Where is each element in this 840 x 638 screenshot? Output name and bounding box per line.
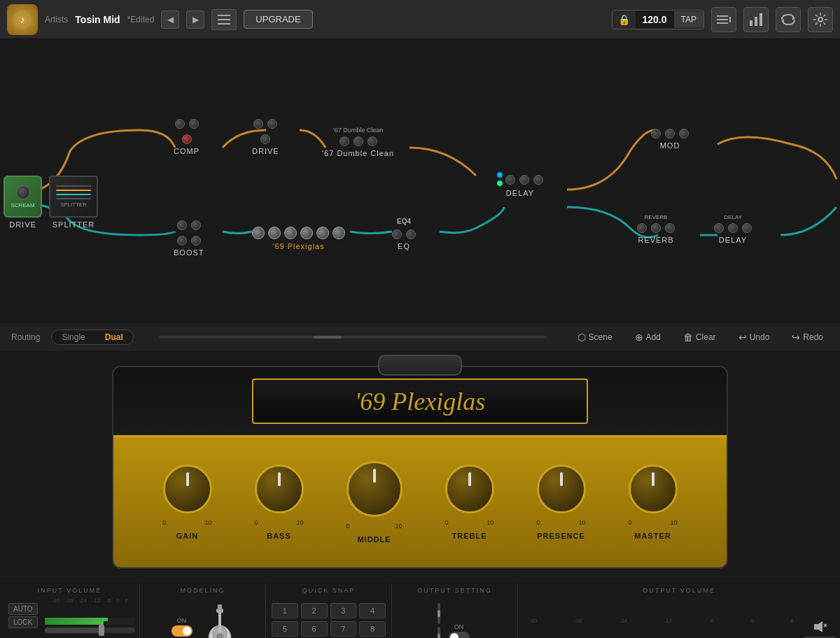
knob-bass[interactable]: 010 BASS [255, 465, 304, 540]
pedal-boost-label: BOOST [174, 248, 204, 257]
guitar-icon [202, 603, 237, 638]
add-button[interactable]: ⊕ Add [629, 329, 666, 346]
modeling-section: MODELING ON OFF [140, 583, 266, 638]
knob-middle[interactable]: 010 MIDDLE [346, 461, 402, 544]
input-volume-label: INPUT VOLUME [0, 583, 139, 597]
pedal-splitter-label: SPLITTER [52, 220, 95, 229]
snap-6[interactable]: 6 [301, 621, 328, 637]
pedal-mod-label: MOD [660, 141, 680, 150]
knob-gain[interactable]: 010 GAIN [163, 465, 212, 540]
pedal-drive-label: DRIVE [9, 220, 36, 229]
pedal-boost[interactable]: BOOST [174, 218, 204, 257]
snap-5[interactable]: 5 [272, 621, 298, 637]
loop-button[interactable] [776, 7, 801, 32]
pedal-eq[interactable]: EQ4 EQ [392, 218, 416, 250]
prev-button[interactable]: ◀ [161, 10, 179, 29]
pedal-drive2-label: DRIVE [252, 147, 279, 155]
app-logo: ♪ [7, 4, 38, 35]
presence-knob[interactable] [537, 465, 586, 513]
input-volume-section: INPUT VOLUME AUTO LOCK -60-36-24-12-606 [0, 583, 140, 638]
output-volume-label: OUTPUT VOLUME [518, 583, 840, 597]
lock-icon: 🔒 [612, 10, 636, 29]
output-volume-section: OUTPUT VOLUME -60-36-24-12-606 [518, 583, 840, 638]
svg-rect-9 [750, 20, 752, 26]
pedal-plexiglas-label: '69 Plexiglas [272, 242, 324, 250]
snap-1[interactable]: 1 [272, 603, 298, 618]
pedal-delay-bot-label: DELAY [719, 236, 747, 244]
master-knob[interactable] [629, 465, 678, 513]
routing-bar: Routing Single Dual ⬡ Scene ⊕ Add 🗑 Clea… [0, 322, 840, 352]
pedal-comp[interactable]: COMP [174, 116, 200, 155]
output-toggle[interactable] [449, 632, 470, 638]
chain-area: SCREAM DRIVE SPLITTER SPLITTER C [0, 39, 840, 322]
artists-label: Artists [45, 15, 68, 24]
output-setting-label: OUTPUT SETTING [392, 583, 517, 597]
gain-knob[interactable] [163, 465, 212, 513]
snap-8[interactable]: 8 [359, 621, 386, 637]
snap-3[interactable]: 3 [330, 603, 357, 618]
auto-button[interactable]: AUTO [8, 603, 38, 615]
svg-rect-4 [218, 23, 230, 24]
svg-rect-7 [717, 22, 728, 24]
routing-slider[interactable] [159, 336, 547, 339]
modeling-label: MODELING [140, 583, 265, 597]
snap-4[interactable]: 4 [359, 603, 386, 618]
output-setting-section: OUTPUT SETTING ON OFF [392, 583, 518, 638]
quicksnap-label: QUICK SNAP [266, 583, 391, 597]
output-meter-area [522, 624, 801, 638]
settings-button[interactable] [808, 7, 833, 32]
top-bar: ♪ Artists Tosin Mid *Edited ◀ ▶ UPGRADE … [0, 0, 840, 39]
upgrade-button[interactable]: UPGRADE [244, 10, 312, 29]
single-option[interactable]: Single [52, 330, 94, 344]
next-button[interactable]: ▶ [186, 10, 204, 29]
svg-marker-21 [814, 621, 822, 632]
svg-rect-6 [717, 19, 728, 20]
pedal-plexiglas[interactable]: '69 Plexiglas '69 Plexiglas [252, 218, 345, 250]
bottom-bar: INPUT VOLUME AUTO LOCK -60-36-24-12-606 [0, 583, 840, 638]
treble-knob[interactable] [445, 465, 494, 513]
snap-2[interactable]: 2 [301, 603, 328, 618]
knob-presence[interactable]: 010 PRESENCE [537, 465, 586, 540]
snap-7[interactable]: 7 [330, 621, 357, 637]
pedal-eq-label: EQ [398, 242, 410, 250]
lock-button[interactable]: LOCK [8, 616, 38, 628]
amp-detail: '69 Plexiglas 010 GAIN 010 BASS [0, 352, 840, 583]
knob-master[interactable]: 010 MASTER [629, 465, 678, 540]
score-button[interactable] [711, 7, 736, 32]
svg-point-20 [217, 634, 223, 638]
svg-text:♪: ♪ [20, 14, 25, 25]
preset-name: Tosin Mid [75, 14, 120, 25]
pedal-reverb[interactable]: REVERB REVERB [637, 214, 675, 244]
routing-label: Routing [11, 332, 40, 342]
scene-button[interactable]: ⬡ Scene [572, 329, 618, 346]
snap-grid: 1 2 3 4 5 6 7 8 [266, 597, 391, 638]
pedal-amp67[interactable]: '67 Dumble Clean '67 Dumble Clean [322, 127, 394, 157]
tap-button[interactable]: TAP [674, 11, 704, 28]
modeling-toggle[interactable] [172, 625, 192, 637]
pedal-delay-top-label: DELAY [506, 189, 534, 197]
pedal-mod[interactable]: CHORUS MOD [651, 116, 689, 150]
pedal-drive[interactable]: SCREAM DRIVE [4, 176, 42, 229]
input-meter-area [45, 604, 135, 625]
amp-handle [378, 355, 462, 376]
input-volume-slider[interactable] [45, 628, 135, 633]
dual-option[interactable]: Dual [95, 330, 133, 344]
clear-button[interactable]: 🗑 Clear [678, 329, 722, 346]
edited-label: *Edited [127, 15, 155, 24]
knob-treble[interactable]: 010 TREBLE [445, 465, 494, 540]
amp-body: '69 Plexiglas 010 GAIN 010 BASS [112, 366, 728, 569]
routing-toggle[interactable]: Single Dual [51, 329, 133, 345]
menu-button[interactable] [211, 9, 237, 30]
output-onoff: ON OFF [446, 621, 472, 638]
middle-knob[interactable] [346, 461, 402, 517]
pedal-delay-bot[interactable]: DELAY DELAY [714, 214, 752, 244]
pedal-delay-top[interactable]: DELAY [497, 172, 543, 197]
pedal-splitter[interactable]: SPLITTER SPLITTER [49, 176, 98, 229]
stats-button[interactable] [743, 7, 769, 32]
bpm-value: 120.0 [636, 10, 674, 29]
input-meter-ticks: -60-36-24-12-606 [45, 597, 135, 604]
bass-knob[interactable] [255, 465, 304, 513]
undo-button[interactable]: ↩ Undo [733, 329, 776, 346]
redo-button[interactable]: ↪ Redo [786, 329, 829, 346]
pedal-drive2[interactable]: DRIVE [252, 116, 279, 155]
